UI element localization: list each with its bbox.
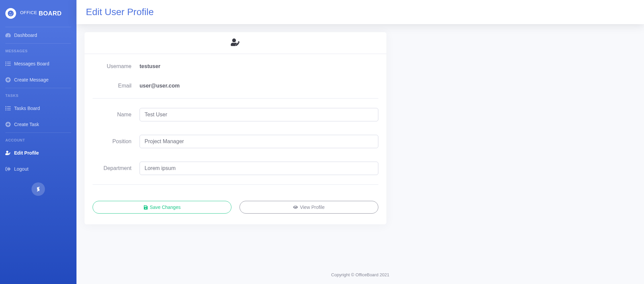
- user-edit-icon: [5, 150, 11, 156]
- plus-circle-icon: [5, 122, 11, 127]
- save-button[interactable]: Save Changes: [93, 201, 231, 214]
- nav-dashboard[interactable]: Dashboard: [0, 27, 76, 43]
- footer: Copyright © OfficeBoard 2021: [76, 266, 644, 284]
- card-header: [85, 32, 386, 54]
- username-value: testuser: [140, 63, 160, 69]
- nav-tasks-board[interactable]: Tasks Board: [0, 100, 76, 116]
- nav-create-message-label: Create Message: [14, 77, 49, 82]
- sidebar-toggle[interactable]: [32, 182, 45, 196]
- brand-text: OFFICE BOARD: [20, 10, 62, 17]
- sidebar: OFFICE BOARD Dashboard MESSAGES Messages…: [0, 0, 76, 284]
- email-value: user@user.com: [140, 83, 180, 89]
- heading-messages: MESSAGES: [0, 44, 76, 56]
- brand-icon: [5, 8, 16, 19]
- position-input[interactable]: [140, 135, 378, 148]
- name-input[interactable]: [140, 108, 378, 121]
- copyright-text: Copyright © OfficeBoard 2021: [331, 272, 389, 277]
- row-department: Department: [93, 155, 378, 182]
- profile-card: Username testuser Email user@user.com Na…: [85, 32, 386, 224]
- row-position: Position: [93, 128, 378, 155]
- view-button-label: View Profile: [300, 205, 325, 210]
- nav-logout-label: Logout: [14, 166, 29, 172]
- row-name: Name: [93, 101, 378, 128]
- list-icon: [5, 61, 11, 66]
- nav-create-message[interactable]: Create Message: [0, 72, 76, 88]
- save-icon: [144, 205, 148, 210]
- dashboard-icon: [5, 33, 11, 38]
- brand-board: BOARD: [39, 10, 62, 17]
- row-email: Email user@user.com: [93, 76, 378, 96]
- save-button-label: Save Changes: [150, 205, 181, 210]
- angle-icon: [36, 186, 41, 192]
- nav-messages-board-label: Messages Board: [14, 61, 49, 66]
- department-label: Department: [93, 165, 140, 171]
- user-edit-icon: [231, 38, 240, 47]
- row-username: Username testuser: [93, 57, 378, 76]
- nav-create-task-label: Create Task: [14, 122, 39, 127]
- nav-dashboard-label: Dashboard: [14, 33, 37, 38]
- heading-account: ACCOUNT: [0, 133, 76, 145]
- username-label: Username: [93, 63, 140, 69]
- name-label: Name: [93, 112, 140, 118]
- page-title: Edit User Profile: [86, 7, 154, 17]
- plus-circle-icon: [5, 77, 11, 82]
- view-button[interactable]: View Profile: [239, 201, 378, 214]
- nav-edit-profile[interactable]: Edit Profile: [0, 145, 76, 161]
- topbar: Edit User Profile: [76, 0, 644, 24]
- nav-tasks-board-label: Tasks Board: [14, 106, 40, 111]
- nav-create-task[interactable]: Create Task: [0, 116, 76, 132]
- brand-link[interactable]: OFFICE BOARD: [0, 0, 76, 27]
- nav-messages-board[interactable]: Messages Board: [0, 56, 76, 72]
- logout-icon: [5, 166, 11, 172]
- email-label: Email: [93, 83, 140, 89]
- nav-edit-profile-label: Edit Profile: [14, 150, 39, 156]
- nav-logout[interactable]: Logout: [0, 161, 76, 177]
- content-wrapper: Edit User Profile Username testuser Emai…: [76, 0, 644, 284]
- brand-office: OFFICE: [20, 10, 37, 15]
- list-icon: [5, 106, 11, 111]
- department-input[interactable]: [140, 162, 378, 175]
- position-label: Position: [93, 138, 140, 145]
- eye-icon: [293, 205, 298, 210]
- heading-tasks: TASKS: [0, 88, 76, 100]
